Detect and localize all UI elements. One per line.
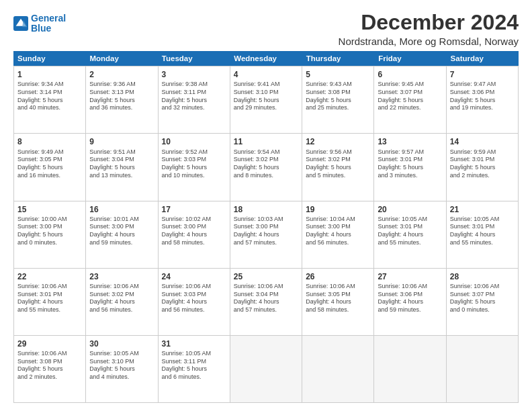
logo: General Blue	[13, 13, 66, 34]
day-cell-2: 2Sunrise: 9:36 AM Sunset: 3:13 PM Daylig…	[86, 66, 158, 133]
day-cell-21: 21Sunrise: 10:05 AM Sunset: 3:01 PM Dayl…	[447, 201, 519, 268]
day-number: 4	[234, 69, 298, 80]
day-cell-30: 30Sunrise: 10:05 AM Sunset: 3:10 PM Dayl…	[86, 336, 158, 402]
day-info: Sunrise: 10:06 AM Sunset: 3:02 PM Daylig…	[89, 283, 154, 314]
day-cell-23: 23Sunrise: 10:06 AM Sunset: 3:02 PM Dayl…	[86, 269, 158, 335]
day-number: 29	[17, 338, 82, 349]
day-info: Sunrise: 9:54 AM Sunset: 3:02 PM Dayligh…	[234, 148, 298, 180]
day-cell-6: 6Sunrise: 9:45 AM Sunset: 3:07 PM Daylig…	[374, 66, 446, 133]
day-number: 16	[89, 204, 154, 215]
day-number: 12	[306, 136, 370, 147]
day-info: Sunrise: 9:43 AM Sunset: 3:08 PM Dayligh…	[306, 81, 370, 112]
day-cell-10: 10Sunrise: 9:52 AM Sunset: 3:03 PM Dayli…	[159, 134, 230, 200]
day-number: 19	[306, 204, 370, 215]
day-number: 24	[162, 271, 226, 282]
day-cell-20: 20Sunrise: 10:05 AM Sunset: 3:01 PM Dayl…	[374, 201, 446, 268]
day-info: Sunrise: 10:05 AM Sunset: 3:01 PM Daylig…	[378, 216, 442, 247]
day-number: 27	[378, 271, 442, 282]
day-number: 14	[450, 136, 515, 147]
day-cell-24: 24Sunrise: 10:06 AM Sunset: 3:03 PM Dayl…	[159, 269, 230, 335]
day-number: 3	[162, 69, 226, 80]
day-info: Sunrise: 10:06 AM Sunset: 3:03 PM Daylig…	[162, 283, 226, 314]
day-number: 2	[89, 69, 154, 80]
day-cell-28: 28Sunrise: 10:06 AM Sunset: 3:07 PM Dayl…	[447, 269, 519, 335]
day-cell-19: 19Sunrise: 10:04 AM Sunset: 3:00 PM Dayl…	[302, 201, 374, 268]
day-info: Sunrise: 10:06 AM Sunset: 3:01 PM Daylig…	[17, 283, 82, 314]
day-cell-8: 8Sunrise: 9:49 AM Sunset: 3:05 PM Daylig…	[14, 134, 86, 200]
calendar-header: SundayMondayTuesdayWednesdayThursdayFrid…	[13, 51, 519, 66]
main-title: December 2024	[339, 11, 519, 34]
day-info: Sunrise: 9:49 AM Sunset: 3:05 PM Dayligh…	[17, 148, 82, 180]
day-cell-12: 12Sunrise: 9:56 AM Sunset: 3:02 PM Dayli…	[302, 134, 374, 200]
day-number: 31	[162, 338, 226, 349]
day-cell-empty	[447, 336, 519, 402]
day-number: 8	[17, 136, 82, 147]
day-number: 13	[378, 136, 442, 147]
calendar-week-1: 1Sunrise: 9:34 AM Sunset: 3:14 PM Daylig…	[13, 66, 519, 133]
day-number: 7	[450, 69, 515, 80]
day-number: 6	[378, 69, 442, 80]
day-number: 10	[162, 136, 226, 147]
day-number: 17	[162, 204, 226, 215]
day-cell-26: 26Sunrise: 10:06 AM Sunset: 3:05 PM Dayl…	[302, 269, 374, 335]
subtitle: Nordstranda, More og Romsdal, Norway	[339, 36, 519, 47]
day-cell-15: 15Sunrise: 10:00 AM Sunset: 3:00 PM Dayl…	[14, 201, 86, 268]
day-cell-17: 17Sunrise: 10:02 AM Sunset: 3:00 PM Dayl…	[159, 201, 230, 268]
day-number: 26	[306, 271, 370, 282]
logo-line1: General	[31, 13, 66, 24]
day-info: Sunrise: 10:02 AM Sunset: 3:00 PM Daylig…	[162, 216, 226, 247]
day-cell-empty	[374, 336, 446, 402]
day-info: Sunrise: 9:56 AM Sunset: 3:02 PM Dayligh…	[306, 148, 370, 180]
day-cell-18: 18Sunrise: 10:03 AM Sunset: 3:00 PM Dayl…	[230, 201, 302, 268]
day-cell-5: 5Sunrise: 9:43 AM Sunset: 3:08 PM Daylig…	[302, 66, 374, 133]
day-number: 21	[450, 204, 515, 215]
day-cell-1: 1Sunrise: 9:34 AM Sunset: 3:14 PM Daylig…	[14, 66, 86, 133]
calendar: SundayMondayTuesdayWednesdayThursdayFrid…	[13, 51, 519, 403]
day-cell-22: 22Sunrise: 10:06 AM Sunset: 3:01 PM Dayl…	[14, 269, 86, 335]
day-cell-11: 11Sunrise: 9:54 AM Sunset: 3:02 PM Dayli…	[230, 134, 302, 200]
day-cell-9: 9Sunrise: 9:51 AM Sunset: 3:04 PM Daylig…	[86, 134, 158, 200]
day-number: 5	[306, 69, 370, 80]
day-info: Sunrise: 10:03 AM Sunset: 3:00 PM Daylig…	[234, 216, 298, 247]
day-info: Sunrise: 10:06 AM Sunset: 3:04 PM Daylig…	[234, 283, 298, 314]
day-info: Sunrise: 9:59 AM Sunset: 3:01 PM Dayligh…	[450, 148, 515, 180]
day-info: Sunrise: 10:06 AM Sunset: 3:07 PM Daylig…	[450, 283, 515, 314]
day-cell-13: 13Sunrise: 9:57 AM Sunset: 3:01 PM Dayli…	[374, 134, 446, 200]
calendar-week-3: 15Sunrise: 10:00 AM Sunset: 3:00 PM Dayl…	[13, 201, 519, 268]
day-cell-empty	[230, 336, 302, 402]
day-cell-27: 27Sunrise: 10:06 AM Sunset: 3:06 PM Dayl…	[374, 269, 446, 335]
day-cell-16: 16Sunrise: 10:01 AM Sunset: 3:00 PM Dayl…	[86, 201, 158, 268]
calendar-week-4: 22Sunrise: 10:06 AM Sunset: 3:01 PM Dayl…	[13, 268, 519, 335]
calendar-week-5: 29Sunrise: 10:06 AM Sunset: 3:08 PM Dayl…	[13, 335, 519, 403]
day-cell-14: 14Sunrise: 9:59 AM Sunset: 3:01 PM Dayli…	[447, 134, 519, 200]
day-number: 25	[234, 271, 298, 282]
calendar-week-2: 8Sunrise: 9:49 AM Sunset: 3:05 PM Daylig…	[13, 133, 519, 200]
day-info: Sunrise: 10:06 AM Sunset: 3:05 PM Daylig…	[306, 283, 370, 314]
day-info: Sunrise: 10:00 AM Sunset: 3:00 PM Daylig…	[17, 216, 82, 247]
day-info: Sunrise: 9:36 AM Sunset: 3:13 PM Dayligh…	[89, 81, 154, 112]
day-number: 1	[17, 69, 82, 80]
day-number: 23	[89, 271, 154, 282]
day-info: Sunrise: 10:05 AM Sunset: 3:11 PM Daylig…	[162, 350, 226, 381]
header: General Blue December 2024 Nordstranda, …	[13, 11, 519, 47]
day-info: Sunrise: 9:47 AM Sunset: 3:06 PM Dayligh…	[450, 81, 515, 112]
day-info: Sunrise: 9:38 AM Sunset: 3:11 PM Dayligh…	[162, 81, 226, 112]
day-info: Sunrise: 10:04 AM Sunset: 3:00 PM Daylig…	[306, 216, 370, 247]
day-number: 11	[234, 136, 298, 147]
day-header-monday: Monday	[85, 51, 157, 66]
calendar-body: 1Sunrise: 9:34 AM Sunset: 3:14 PM Daylig…	[13, 66, 519, 403]
day-number: 18	[234, 204, 298, 215]
day-cell-31: 31Sunrise: 10:05 AM Sunset: 3:11 PM Dayl…	[159, 336, 230, 402]
day-info: Sunrise: 10:06 AM Sunset: 3:06 PM Daylig…	[378, 283, 442, 314]
day-header-wednesday: Wednesday	[230, 51, 302, 66]
day-number: 20	[378, 204, 442, 215]
day-number: 9	[89, 136, 154, 147]
day-info: Sunrise: 10:01 AM Sunset: 3:00 PM Daylig…	[89, 216, 154, 247]
day-cell-empty	[302, 336, 374, 402]
logo-icon	[13, 16, 28, 31]
day-header-thursday: Thursday	[302, 51, 374, 66]
day-info: Sunrise: 9:45 AM Sunset: 3:07 PM Dayligh…	[378, 81, 442, 112]
day-info: Sunrise: 9:34 AM Sunset: 3:14 PM Dayligh…	[17, 81, 82, 112]
day-info: Sunrise: 10:06 AM Sunset: 3:08 PM Daylig…	[17, 350, 82, 381]
day-info: Sunrise: 9:51 AM Sunset: 3:04 PM Dayligh…	[89, 148, 154, 180]
